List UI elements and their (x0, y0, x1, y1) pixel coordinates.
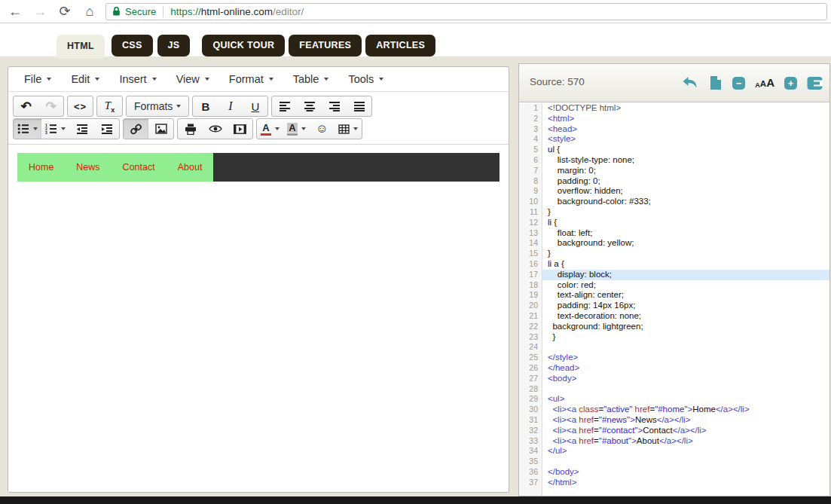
outdent-button[interactable] (69, 119, 94, 139)
bullet-list-button[interactable] (14, 119, 41, 139)
align-left-icon (279, 101, 291, 111)
source-code-panel: Source: 570 − AAA + 1<!DOCTYPE html>2<ht… (518, 63, 830, 496)
insert-link-button[interactable] (124, 119, 148, 139)
line-number: 6 (519, 155, 542, 166)
align-right-button[interactable] (322, 96, 347, 116)
chevron-down-icon (301, 127, 306, 130)
panel-toggle-icon[interactable] (807, 76, 823, 90)
tab-quick-tour[interactable]: QUICK TOUR (202, 35, 285, 57)
menu-view[interactable]: View (167, 67, 219, 91)
tab-css[interactable]: CSS (112, 35, 153, 57)
code-line-text: <li><a href="#about">About</a></li> (542, 436, 829, 447)
align-center-icon (304, 101, 316, 111)
code-line: 18 color: red; (519, 280, 829, 291)
line-number: 26 (519, 363, 542, 374)
align-justify-button[interactable] (347, 96, 371, 116)
code-line-text: ul { (542, 145, 829, 155)
content-nav-link-home[interactable]: Home (17, 153, 65, 182)
code-line-text (542, 342, 829, 353)
align-center-button[interactable] (297, 96, 322, 116)
menu-edit[interactable]: Edit (61, 67, 109, 91)
tab-features[interactable]: FEATURES (289, 35, 362, 57)
bold-button[interactable]: B (193, 96, 218, 116)
line-number: 33 (519, 436, 542, 447)
undo-source-icon[interactable] (681, 75, 699, 90)
print-icon (185, 124, 197, 135)
code-line-text: float: left; (542, 228, 829, 239)
menu-label: Table (293, 73, 319, 85)
redo-button[interactable]: ↷ (38, 96, 63, 116)
insert-media-button[interactable] (228, 119, 252, 139)
background-color-button[interactable]: A (283, 119, 310, 139)
code-line: 7 margin: 0; (519, 166, 829, 176)
chevron-down-icon (33, 127, 38, 130)
print-button[interactable] (178, 119, 203, 139)
clear-formatting-button[interactable]: Tx (97, 96, 122, 116)
chevron-down-icon (353, 127, 358, 130)
code-line: 27<body> (519, 374, 829, 384)
line-number: 31 (519, 415, 542, 426)
italic-button[interactable]: I (218, 96, 243, 116)
code-line: 31 <li><a href="#news">News</a></li> (519, 415, 829, 426)
chevron-down-icon (379, 78, 383, 81)
menu-insert[interactable]: Insert (109, 67, 166, 91)
text-color-button[interactable]: A (257, 119, 283, 139)
menu-table[interactable]: Table (283, 67, 339, 91)
code-line-text: </style> (542, 353, 829, 363)
back-icon[interactable]: ← (6, 4, 24, 20)
code-line-text: list-style-type: none; (542, 155, 829, 166)
chevron-down-icon (269, 78, 273, 81)
source-code-button[interactable]: <> (68, 96, 93, 116)
code-line: 3<head> (519, 124, 829, 135)
code-line-text: } (542, 207, 829, 218)
code-line-text: </html> (542, 478, 829, 488)
editor-content-area[interactable]: HomeNewsContactAbout (8, 145, 509, 190)
new-document-icon[interactable] (709, 75, 723, 90)
tab-html[interactable]: HTML (57, 35, 105, 59)
reload-icon[interactable]: ⟳ (56, 3, 74, 20)
line-number: 16 (519, 259, 542, 270)
line-number: 30 (519, 405, 542, 415)
chevron-down-icon (176, 105, 181, 108)
line-number: 8 (519, 176, 542, 187)
line-number: 14 (519, 238, 542, 249)
font-larger-icon[interactable]: + (784, 77, 797, 90)
code-line: 20 padding: 14px 16px; (519, 301, 829, 311)
undo-button[interactable]: ↶ (14, 96, 38, 116)
line-number: 19 (519, 290, 542, 301)
numbered-list-button[interactable]: 123 (41, 119, 69, 139)
code-line: 32 <li><a href="#contact">Contact</a></l… (519, 426, 829, 436)
indent-button[interactable] (94, 119, 119, 139)
line-number: 15 (519, 249, 542, 259)
content-nav-link-news[interactable]: News (65, 153, 111, 182)
font-smaller-icon[interactable]: − (732, 77, 745, 90)
table-button[interactable] (335, 119, 362, 139)
align-left-button[interactable] (272, 96, 297, 116)
content-nav-link-about[interactable]: About (167, 153, 214, 182)
code-line-text: background: yellow; (542, 238, 829, 249)
align-justify-icon (353, 101, 365, 111)
menu-label: File (24, 73, 41, 85)
footer-bar (0, 496, 831, 504)
menu-label: Tools (348, 73, 374, 85)
code-line: 15} (519, 249, 829, 259)
tab-js[interactable]: JS (157, 35, 191, 57)
address-bar[interactable]: Secure https://html-online.com/editor/ (105, 3, 827, 20)
menu-format[interactable]: Format (219, 67, 283, 91)
emoticons-button[interactable]: ☺ (310, 119, 335, 139)
insert-image-button[interactable] (148, 119, 173, 139)
home-icon[interactable]: ⌂ (81, 4, 99, 20)
line-number: 32 (519, 426, 542, 436)
line-number: 27 (519, 374, 542, 384)
formats-dropdown[interactable]: Formats (127, 96, 188, 116)
content-nav-link-contact[interactable]: Contact (112, 153, 167, 182)
align-right-icon (328, 101, 341, 111)
underline-button[interactable]: U (243, 96, 267, 116)
menu-tools[interactable]: Tools (338, 67, 393, 91)
code-editor[interactable]: 1<!DOCTYPE html>2<html>3<head>4<style>5u… (519, 103, 829, 496)
tab-articles[interactable]: ARTICLES (365, 35, 435, 57)
preview-button[interactable] (203, 119, 228, 139)
menu-file[interactable]: File (14, 67, 61, 91)
source-char-count: Source: 570 (530, 76, 585, 87)
code-line: 30 <li><a class="active" href="#home">Ho… (519, 405, 829, 415)
